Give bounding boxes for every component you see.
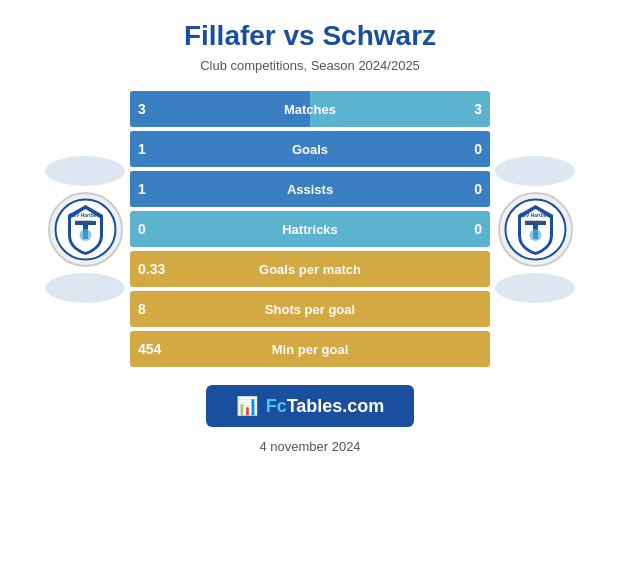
left-val-hattricks: 0 [138, 221, 146, 237]
label-assists: Assists [287, 182, 333, 197]
stat-row-min-per-goal: 454Min per goal [130, 331, 490, 367]
left-val-matches: 3 [138, 101, 146, 117]
subtitle: Club competitions, Season 2024/2025 [200, 58, 420, 73]
right-team-svg: TSV Hartberg FUSSBALL [503, 197, 568, 262]
single-left-val-shots-per-goal: 8 [138, 301, 146, 317]
page-title: Fillafer vs Schwarz [184, 20, 436, 52]
stats-column: 3Matches31Goals01Assists00Hattricks00.33… [130, 91, 490, 367]
stat-row-shots-per-goal: 8Shots per goal [130, 291, 490, 327]
right-val-hattricks: 0 [474, 221, 482, 237]
label-matches: Matches [284, 102, 336, 117]
svg-text:TSV Hartberg: TSV Hartberg [519, 212, 551, 218]
single-left-val-min-per-goal: 454 [138, 341, 161, 357]
svg-text:FUSSBALL: FUSSBALL [75, 219, 96, 224]
date-footer: 4 november 2024 [259, 439, 360, 454]
single-label-goals-per-match: Goals per match [259, 262, 361, 277]
left-team-logo: TSV Hartberg FUSSBALL [48, 192, 123, 267]
stat-row-hattricks: 0Hattricks0 [130, 211, 490, 247]
right-val-matches: 3 [474, 101, 482, 117]
svg-text:FUSSBALL: FUSSBALL [525, 219, 546, 224]
single-label-min-per-goal: Min per goal [272, 342, 349, 357]
left-val-goals: 1 [138, 141, 146, 157]
stat-row-assists: 1Assists0 [130, 171, 490, 207]
right-team-logo: TSV Hartberg FUSSBALL [498, 192, 573, 267]
label-goals: Goals [292, 142, 328, 157]
logo-right: TSV Hartberg FUSSBALL [490, 156, 580, 303]
single-label-shots-per-goal: Shots per goal [265, 302, 355, 317]
right-val-assists: 0 [474, 181, 482, 197]
ellipse-right-top [495, 156, 575, 186]
page-wrapper: Fillafer vs Schwarz Club competitions, S… [0, 0, 620, 580]
right-val-goals: 0 [474, 141, 482, 157]
fctables-text: FcTables.com [266, 396, 385, 417]
main-content: TSV Hartberg FUSSBALL 3Matches31Goals01A… [10, 91, 610, 367]
fctables-icon: 📊 [236, 395, 258, 417]
ellipse-left-bottom [45, 273, 125, 303]
stat-row-goals-per-match: 0.33Goals per match [130, 251, 490, 287]
single-left-val-goals-per-match: 0.33 [138, 261, 165, 277]
ellipse-left-top [45, 156, 125, 186]
label-hattricks: Hattricks [282, 222, 338, 237]
left-val-assists: 1 [138, 181, 146, 197]
stat-row-matches: 3Matches3 [130, 91, 490, 127]
ellipse-right-bottom [495, 273, 575, 303]
logo-left: TSV Hartberg FUSSBALL [40, 156, 130, 303]
svg-point-9 [529, 229, 541, 241]
left-team-svg: TSV Hartberg FUSSBALL [53, 197, 118, 262]
stat-row-goals: 1Goals0 [130, 131, 490, 167]
svg-point-3 [79, 229, 91, 241]
fctables-banner[interactable]: 📊 FcTables.com [206, 385, 415, 427]
svg-text:TSV Hartberg: TSV Hartberg [69, 212, 101, 218]
